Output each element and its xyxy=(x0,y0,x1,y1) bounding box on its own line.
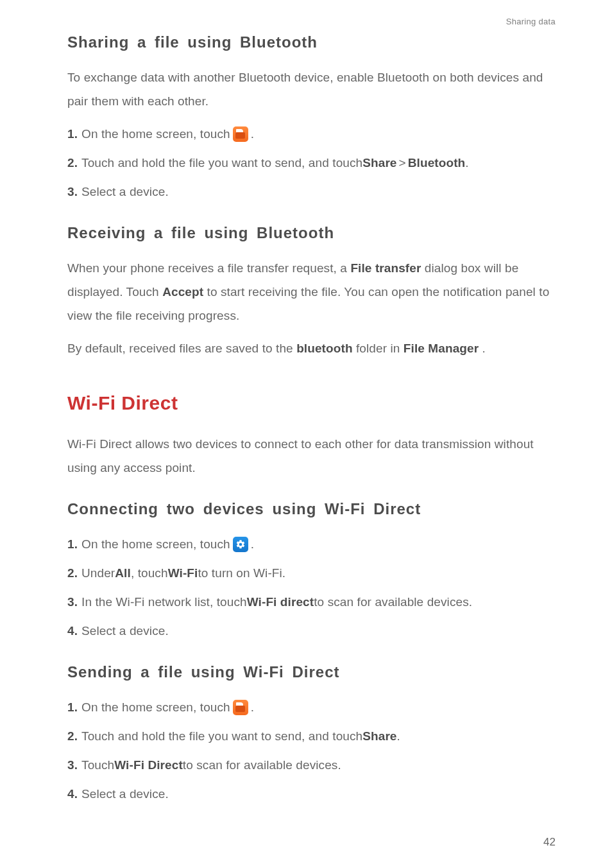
step-row: 2. Touch and hold the file you want to s… xyxy=(67,724,556,748)
step-number: 1. xyxy=(67,695,78,719)
step-text: On the home screen, touch xyxy=(81,532,230,556)
step-row: 2. Under All , touch Wi-Fi to turn on Wi… xyxy=(67,561,556,585)
step-text-end: . xyxy=(251,695,254,719)
step-text: In the Wi-Fi network list, touch xyxy=(81,590,247,614)
step-number: 4. xyxy=(67,782,78,806)
step-number: 2. xyxy=(67,151,78,175)
breadcrumb-separator: > xyxy=(399,151,406,175)
step-text: Touch and hold the file you want to send… xyxy=(81,151,362,175)
step-text-end: . xyxy=(251,122,254,146)
files-app-icon xyxy=(233,126,248,142)
step-text-end: . xyxy=(465,151,468,175)
step-text-end: to turn on Wi-Fi. xyxy=(198,561,285,585)
step-number: 3. xyxy=(67,180,78,204)
ui-label-share: Share xyxy=(362,724,396,748)
text: folder in xyxy=(356,342,404,355)
step-row: 4. Select a device. xyxy=(67,782,556,806)
ui-label-bluetooth: Bluetooth xyxy=(408,151,466,175)
ui-label-accept: Accept xyxy=(162,285,203,299)
step-row: 3. In the Wi-Fi network list, touch Wi-F… xyxy=(67,590,556,614)
step-text: Under xyxy=(81,561,115,585)
para-receiving-2: By default, received files are saved to … xyxy=(67,336,556,360)
ui-label-file-manager: File Manager xyxy=(404,342,479,355)
step-number: 1. xyxy=(67,122,78,146)
step-number: 2. xyxy=(67,561,78,585)
step-text: On the home screen, touch xyxy=(81,695,230,719)
step-number: 3. xyxy=(67,753,78,777)
page-number: 42 xyxy=(543,836,556,849)
heading-sharing-bluetooth: Sharing a file using Bluetooth xyxy=(67,33,556,51)
ui-label-wifi-direct: Wi-Fi direct xyxy=(247,590,314,614)
step-text: Select a device. xyxy=(81,619,169,643)
step-row: 1. On the home screen, touch . xyxy=(67,122,556,146)
step-text-end: to scan for available devices. xyxy=(314,590,472,614)
step-row: 1. On the home screen, touch . xyxy=(67,695,556,719)
step-text-end: . xyxy=(251,532,254,556)
heading-sending-wfd: Sending a file using Wi-Fi Direct xyxy=(67,663,556,681)
ui-label-all: All xyxy=(115,561,131,585)
step-number: 4. xyxy=(67,619,78,643)
settings-app-icon xyxy=(233,537,248,552)
text: . xyxy=(482,342,486,355)
step-row: 4. Select a device. xyxy=(67,619,556,643)
text: When your phone receives a file transfer… xyxy=(67,261,350,275)
step-text: Touch xyxy=(81,753,114,777)
text: By default, received files are saved to … xyxy=(67,342,296,355)
step-text: Touch and hold the file you want to send… xyxy=(81,724,362,748)
step-text: , touch xyxy=(131,561,168,585)
ui-label-wifi-direct: Wi-Fi Direct xyxy=(114,753,183,777)
step-text: On the home screen, touch xyxy=(81,122,230,146)
step-row: 2. Touch and hold the file you want to s… xyxy=(67,151,556,175)
step-row: 1. On the home screen, touch . xyxy=(67,532,556,556)
step-number: 1. xyxy=(67,532,78,556)
intro-wifi-direct: Wi-Fi Direct allows two devices to conne… xyxy=(67,432,556,480)
step-number: 3. xyxy=(67,590,78,614)
ui-label-bluetooth-folder: bluetooth xyxy=(296,342,352,355)
step-text: Select a device. xyxy=(81,782,169,806)
ui-label-share: Share xyxy=(362,151,396,175)
intro-sharing-bluetooth: To exchange data with another Bluetooth … xyxy=(67,65,556,113)
ui-label-wifi: Wi-Fi xyxy=(168,561,198,585)
para-receiving-1: When your phone receives a file transfer… xyxy=(67,256,556,327)
step-text: Select a device. xyxy=(81,180,169,204)
step-text-end: to scan for available devices. xyxy=(183,753,341,777)
files-app-icon xyxy=(233,700,248,715)
heading-connecting-wfd: Connecting two devices using Wi-Fi Direc… xyxy=(67,500,556,518)
heading-wifi-direct: Wi-Fi Direct xyxy=(67,392,556,414)
step-row: 3. Select a device. xyxy=(67,180,556,204)
header-section-label: Sharing data xyxy=(506,17,556,26)
step-text-end: . xyxy=(397,724,400,748)
step-row: 3. Touch Wi-Fi Direct to scan for availa… xyxy=(67,753,556,777)
heading-receiving-bluetooth: Receiving a file using Bluetooth xyxy=(67,224,556,242)
ui-label-file-transfer: File transfer xyxy=(350,261,421,275)
step-number: 2. xyxy=(67,724,78,748)
